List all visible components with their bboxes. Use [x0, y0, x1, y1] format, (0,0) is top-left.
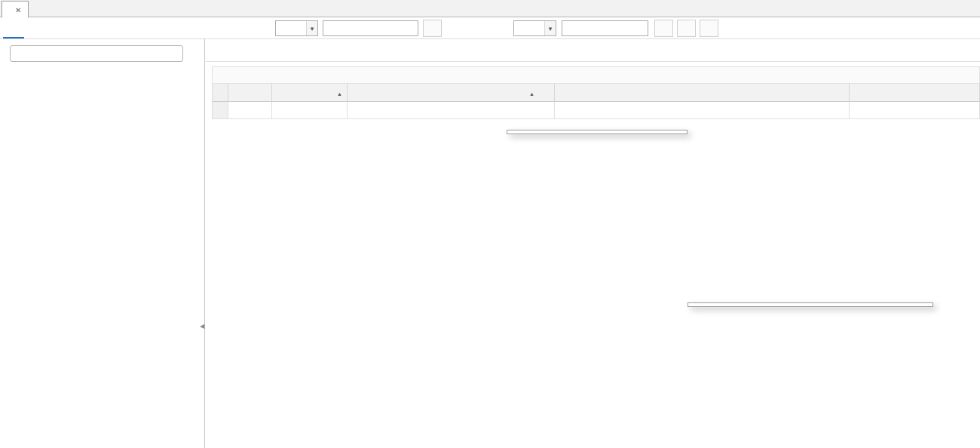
funnel-apply-icon: [427, 23, 439, 35]
tab-sap-entities[interactable]: [3, 17, 24, 38]
filter-cell-change-date[interactable]: [850, 102, 980, 119]
header-indicator: [213, 84, 228, 102]
column-header-icon[interactable]: [228, 84, 272, 102]
technical-name-operator-select[interactable]: [275, 20, 318, 36]
description-operator-select[interactable]: [513, 20, 556, 36]
splitter-collapse-arrow[interactable]: [200, 320, 204, 330]
clear-filter-button[interactable]: [700, 20, 718, 37]
group-by-panel[interactable]: [212, 66, 980, 84]
funnel-icon: [216, 106, 225, 115]
document-tabstrip: [0, 0, 980, 17]
filter-cell-description[interactable]: [555, 102, 850, 119]
apply-filter-button[interactable]: [423, 20, 442, 37]
filter-grid-icon: [681, 23, 693, 35]
filter-row-indicator: [213, 102, 228, 119]
grid-filter-row: [212, 102, 980, 119]
entities-grid: [212, 66, 980, 448]
funnel-icon: [658, 23, 670, 35]
context-menu: [507, 130, 688, 134]
tab-entities[interactable]: [2, 1, 29, 17]
tab-relations[interactable]: [24, 17, 45, 38]
sort-asc-icon: [337, 87, 342, 98]
filter-editor-button[interactable]: [677, 20, 696, 37]
system-scout-submenu: [688, 302, 933, 307]
view-subtabs: [3, 17, 45, 38]
grid-toolbar: [206, 39, 980, 62]
funnel-clear-icon: [703, 23, 715, 35]
grid-panel: [206, 39, 980, 448]
column-header-type[interactable]: [272, 84, 348, 102]
column-header-description[interactable]: [555, 84, 850, 102]
filter-button[interactable]: [654, 20, 673, 37]
tab-close-icon[interactable]: [15, 5, 21, 15]
filter-cell-type[interactable]: [272, 102, 348, 119]
chevron-down-icon: [306, 21, 317, 35]
grid-header-row: [212, 84, 980, 102]
column-filter-icon[interactable]: [540, 88, 548, 97]
entity-tree-panel: [0, 39, 205, 448]
filter-cell-icon[interactable]: [228, 102, 272, 119]
search-input[interactable]: [10, 45, 183, 62]
column-header-change-date[interactable]: [850, 84, 980, 102]
app-window: [0, 0, 980, 448]
sort-asc-icon: [529, 87, 534, 98]
filter-toolbar: [0, 17, 980, 39]
description-filter-input[interactable]: [562, 20, 648, 36]
chevron-down-icon: [544, 21, 556, 35]
entity-tree: [0, 66, 204, 68]
filter-cell-technical-name[interactable]: [348, 102, 555, 119]
technical-name-filter-input[interactable]: [323, 20, 418, 36]
column-header-technical-name[interactable]: [348, 84, 555, 102]
